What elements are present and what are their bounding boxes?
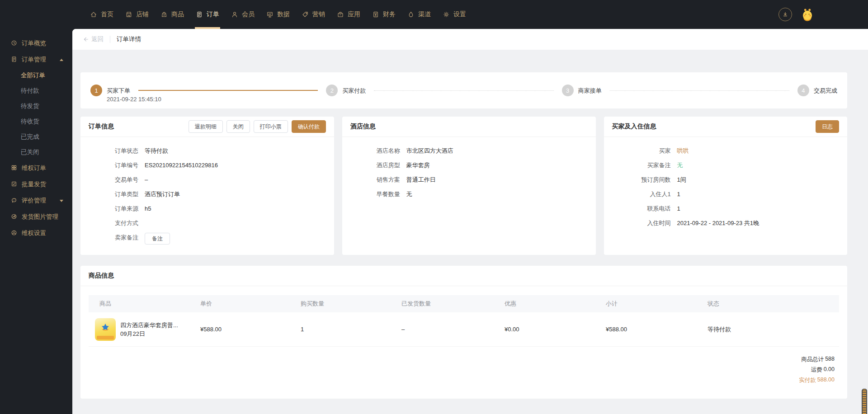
total-goods: 商品总计588	[801, 356, 835, 363]
gear-circle-icon	[11, 230, 17, 237]
field-contact-phone: 联系电话1	[612, 204, 839, 213]
step-connector	[374, 90, 553, 91]
check-doc-icon	[11, 181, 17, 188]
goods-icon	[160, 11, 168, 18]
field-guest-1: 入住人11	[612, 189, 839, 199]
settings-icon	[443, 11, 450, 18]
nav-tab-shop[interactable]: 店铺	[124, 0, 150, 29]
field-room-count: 预订房间数1间	[612, 175, 839, 184]
sidebar-item-pending-payment[interactable]: 待付款	[0, 83, 72, 99]
star-icon	[99, 322, 111, 334]
chevron-up-icon	[60, 59, 63, 61]
field-buyer-remark: 买家备注无	[612, 160, 839, 170]
sidebar-item-all-orders[interactable]: 全部订单	[0, 68, 72, 83]
channel-icon	[407, 11, 415, 18]
buyer-name-link[interactable]: 哄哄	[677, 146, 689, 155]
table-header: 商品 单价 购买数量 已发货数量 优惠 小计 状态	[89, 295, 839, 312]
field-seller-remark: 卖家备注 备注	[89, 233, 326, 245]
sidebar-item-ship-image-manage[interactable]: 发货图片管理	[0, 209, 72, 225]
cell-discount: ¥0.00	[494, 326, 595, 333]
col-status: 状态	[697, 300, 839, 308]
table-row: 四方酒店豪华套房普... 09月22日 ¥588.00 1 – ¥0.00 ¥5…	[89, 312, 839, 347]
nav-tab-marketing[interactable]: 营销	[301, 0, 326, 29]
col-product: 商品	[89, 300, 189, 308]
order-info-title: 订单信息	[89, 122, 114, 131]
product-thumbnail[interactable]	[95, 318, 116, 341]
download-icon	[782, 11, 789, 18]
cell-status: 等待付款	[697, 325, 839, 334]
nav-tab-apps[interactable]: 应用	[336, 0, 361, 29]
step-number: 2	[326, 85, 338, 96]
close-order-button[interactable]: 关闭	[226, 120, 250, 133]
buyer-info-title: 买家及入住信息	[612, 122, 656, 131]
nav-tab-channels[interactable]: 渠道	[406, 0, 432, 29]
step-number: 4	[797, 85, 809, 96]
top-navigation: 首页 店铺 商品 订单 会员 数据	[72, 0, 472, 29]
remark-button[interactable]: 备注	[145, 233, 170, 245]
field-sales-plan: 销售方案普通工作日	[350, 175, 588, 184]
nav-tab-settings[interactable]: 设置	[442, 0, 467, 29]
topbar: 首页 店铺 商品 订单 会员 数据	[0, 0, 868, 29]
product-name[interactable]: 四方酒店豪华套房普...	[120, 321, 178, 329]
field-order-status: 订单状态等待付款	[89, 146, 326, 155]
thumbnail-banner	[97, 336, 114, 339]
clock-icon	[11, 40, 17, 47]
total-shipping: 运费0.00	[811, 366, 835, 374]
total-paid: 实付款588.00	[799, 376, 835, 384]
order-totals: 商品总计588 运费0.00 实付款588.00	[80, 347, 847, 392]
header-divider	[110, 36, 110, 43]
nav-tab-home[interactable]: 首页	[89, 0, 114, 29]
nav-tab-finance[interactable]: 财务	[371, 0, 396, 29]
user-avatar[interactable]	[799, 6, 816, 23]
product-table: 商品 单价 购买数量 已发货数量 优惠 小计 状态	[89, 295, 839, 347]
col-discount: 优惠	[494, 300, 595, 308]
download-button[interactable]	[778, 8, 792, 21]
app-root: 首页 店铺 商品 订单 会员 数据	[0, 0, 868, 414]
data-icon	[266, 11, 274, 18]
scrollbar-thumb[interactable]	[862, 389, 867, 414]
cell-shipped-quantity: –	[391, 326, 494, 333]
sidebar-item-review-manage[interactable]: 评价管理	[0, 193, 72, 209]
topbar-actions	[778, 0, 868, 29]
field-order-type: 订单类型酒店预订订单	[89, 189, 326, 199]
buyer-info-card: 买家及入住信息 日志 买家哄哄 买家备注无	[604, 117, 847, 255]
finance-icon	[372, 11, 379, 18]
grid-icon	[11, 165, 17, 172]
step-transaction-complete: 4 交易完成	[797, 85, 837, 96]
sidebar-item-rights-orders[interactable]: 维权订单	[0, 160, 72, 176]
step-number: 3	[562, 85, 574, 96]
sidebar-item-batch-ship[interactable]: 批量发货	[0, 176, 72, 193]
field-room-type: 酒店房型豪华套房	[350, 160, 588, 170]
step-connector	[610, 90, 789, 91]
refund-detail-button[interactable]: 退款明细	[189, 120, 223, 133]
confirm-payment-button[interactable]: 确认付款	[292, 120, 326, 133]
sidebar-item-closed[interactable]: 已关闭	[0, 145, 72, 160]
col-shipped-quantity: 已发货数量	[391, 300, 494, 308]
back-arrow-icon	[82, 36, 89, 42]
step-buyer-ordered: 1 买家下单 2021-09-22 15:45:10	[90, 85, 130, 96]
sidebar-item-order-overview[interactable]: 订单概览	[0, 35, 72, 52]
cell-unit-price: ¥588.00	[189, 326, 290, 333]
cell-subtotal: ¥588.00	[595, 326, 697, 333]
sidebar-item-completed[interactable]: 已完成	[0, 129, 72, 145]
field-order-number: 订单编号ES20210922154510229816	[89, 160, 326, 170]
cell-quantity: 1	[290, 326, 391, 333]
document-icon	[11, 56, 17, 64]
sidebar-item-rights-settings[interactable]: 维权设置	[0, 225, 72, 241]
log-button[interactable]: 日志	[816, 120, 839, 133]
back-button[interactable]: 返回	[82, 35, 104, 43]
sidebar-item-pending-receipt[interactable]: 待收货	[0, 114, 72, 129]
print-receipt-button[interactable]: 打印小票	[254, 120, 288, 133]
nav-tab-orders[interactable]: 订单	[195, 0, 220, 29]
nav-tab-goods[interactable]: 商品	[160, 0, 185, 29]
home-icon	[90, 11, 97, 18]
product-date: 09月22日	[120, 329, 178, 338]
main-content: 返回 订单详情 1 买家下单 2021-09-22 15:45:10	[72, 29, 868, 414]
sidebar-item-order-manage[interactable]: 订单管理	[0, 52, 72, 68]
nav-tab-members[interactable]: 会员	[230, 0, 255, 29]
nav-tab-data[interactable]: 数据	[265, 0, 291, 29]
sidebar-item-pending-shipment[interactable]: 待发货	[0, 99, 72, 114]
step-number: 1	[90, 85, 102, 96]
page-header: 返回 订单详情	[72, 29, 868, 50]
hotel-info-card: 酒店信息 酒店名称市北区四方大酒店 酒店房型豪华套房 销售方案普通工作日	[342, 117, 596, 255]
